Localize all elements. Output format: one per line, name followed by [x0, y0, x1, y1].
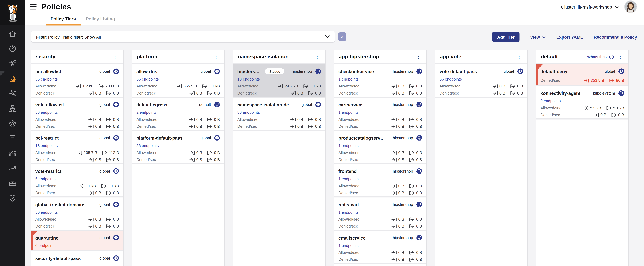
endpoints-link[interactable]: 1 endpoints — [338, 143, 359, 148]
sidebar-item-capture[interactable] — [0, 176, 25, 191]
policy-card-vote-allowlist[interactable]: vote-allowlistglobal56 endpointsAllowed/… — [31, 98, 123, 131]
cluster-selector[interactable]: Cluster: jlt-msft-workshop — [561, 4, 619, 9]
ingress-value-group: 0 B — [392, 124, 404, 128]
kebab-menu-icon[interactable]: ⋮ — [516, 54, 522, 59]
svg-text:ns: ns — [620, 94, 622, 96]
endpoints-link[interactable]: 56 endpoints — [136, 143, 159, 148]
scope-label: global — [100, 235, 110, 240]
metric-label: Allowed/sec — [338, 217, 359, 221]
ingress-value-group: 0 B — [392, 84, 404, 88]
sidebar-item-compliance[interactable] — [0, 131, 25, 146]
endpoints-link[interactable]: 56 endpoints — [440, 77, 462, 81]
whats-this-link[interactable]: Whats this?? — [587, 54, 614, 59]
export-yaml-button[interactable]: Export YAML — [556, 34, 583, 39]
endpoints-link[interactable]: 2 endpoints — [540, 98, 561, 103]
egress-value-group: 0 B — [308, 124, 321, 128]
tier-cards: vote-default-passglobal56 endpointsAllow… — [435, 64, 527, 266]
metric-label: Allowed/sec — [540, 106, 561, 110]
endpoints-link[interactable]: 1 endpoints — [338, 176, 359, 181]
avatar[interactable] — [624, 0, 637, 13]
policy-card-frontend[interactable]: frontendhipstershopns1 endpointsAllowed/… — [334, 164, 426, 198]
policy-card-global-trusted-domains[interactable]: global-trusted-domainsglobal56 endpoints… — [31, 198, 123, 231]
endpoints-link[interactable]: 6 endpoints — [35, 176, 56, 181]
policy-card-cartservice[interactable]: cartservicehipstershopns1 endpointsAllow… — [334, 98, 426, 131]
policy-card-quarantine[interactable]: quarantineglobal0 endpoints — [31, 231, 123, 252]
kebab-menu-icon[interactable]: ⋮ — [415, 54, 422, 59]
sidebar-item-dashboard[interactable] — [0, 41, 25, 56]
endpoints-link[interactable]: 1 endpoints — [338, 243, 359, 248]
endpoints-link[interactable]: 0 endpoints — [35, 243, 56, 248]
policy-filter-select[interactable]: Filter: Policy Traffic filter: Show All — [31, 31, 335, 43]
staged-badge: Staged — [265, 68, 284, 74]
policy-card-vote-default-pass[interactable]: vote-default-passglobal56 endpointsAllow… — [435, 64, 527, 98]
endpoints-link[interactable]: 2 endpoints — [136, 110, 156, 114]
global-scope-icon — [214, 68, 220, 74]
endpoints-link[interactable]: 1 endpoints — [338, 210, 359, 214]
clear-filter-button[interactable]: ✕ — [338, 32, 346, 41]
sidebar-item-trend[interactable] — [0, 161, 25, 176]
policy-card-default-egress[interactable]: default-egressdefaultns2 endpointsAllowe… — [132, 98, 224, 131]
policy-card-pci-restrict[interactable]: pci-restrictglobal13 endpointsAllowed/se… — [31, 131, 123, 164]
tier-cards: default-denyglobalDenied/sec353.5 B96 Bk… — [536, 64, 628, 266]
metric-label: Allowed/sec — [35, 117, 56, 122]
endpoints-link[interactable]: 56 endpoints — [136, 77, 159, 81]
policy-card-allow-dns[interactable]: allow-dnsglobal56 endpointsAllowed/sec66… — [132, 64, 224, 98]
kebab-menu-icon[interactable]: ⋮ — [314, 54, 320, 59]
policy-name: global-trusted-domains — [35, 202, 86, 207]
egress-icon — [102, 150, 108, 155]
sidebar-item-endpoints[interactable] — [0, 101, 25, 116]
ingress-icon — [392, 150, 397, 155]
kebab-menu-icon[interactable]: ⋮ — [112, 54, 118, 59]
ingress-value-group: 0 B — [189, 157, 202, 162]
metric-label: Allowed/sec — [237, 84, 258, 88]
policy-card-vote-restrict[interactable]: vote-restrictglobal6 endpointsAllowed/se… — [31, 164, 123, 198]
policy-card-konnectivity-agent[interactable]: konnectivity-agentkube-systemns2 endpoin… — [536, 86, 628, 120]
kebab-menu-icon[interactable]: ⋮ — [213, 54, 220, 59]
tier-name: app-vote — [440, 54, 461, 60]
endpoints-link[interactable]: 13 endpoints — [237, 77, 260, 81]
sidebar-item-home[interactable] — [0, 26, 25, 41]
kebab-menu-icon[interactable]: ⋮ — [617, 54, 624, 59]
endpoints-link[interactable]: 13 endpoints — [35, 143, 58, 148]
tier-column-app-vote: app-vote⋮vote-default-passglobal56 endpo… — [435, 50, 528, 266]
policy-card-pci-allowlist[interactable]: pci-allowlistglobal56 endpointsAllowed/s… — [31, 64, 123, 98]
sidebar-item-network-sets[interactable] — [0, 116, 25, 131]
metric-row: Allowed/sec0 B0 B — [237, 117, 321, 122]
endpoints-link[interactable]: 1 endpoints — [338, 77, 359, 81]
policy-card-checkoutservice[interactable]: checkoutservicehipstershopns1 endpointsA… — [334, 64, 426, 98]
card-title-row: checkoutservicehipstershopns — [334, 64, 426, 74]
policy-card-redis-cart[interactable]: redis-carthipstershopns1 endpointsAllowe… — [334, 198, 426, 231]
sidebar-item-nodes[interactable] — [0, 86, 25, 101]
menu-icon[interactable] — [30, 4, 36, 10]
policy-card-productcatalogservice[interactable]: productcatalogservicehipstershopns1 endp… — [334, 131, 426, 164]
policy-card-default-deny[interactable]: default-denyglobalDenied/sec353.5 B96 B — [536, 64, 628, 86]
add-tier-button[interactable]: Add Tier — [492, 32, 520, 42]
tier-cards: checkoutservicehipstershopns1 endpointsA… — [334, 64, 426, 266]
ingress-icon — [189, 124, 195, 128]
egress-icon — [106, 217, 112, 221]
policy-card-emailservice[interactable]: emailservicehipstershopns1 endpointsAllo… — [334, 231, 426, 264]
recommend-policy-button[interactable]: Recommend a Policy — [594, 34, 637, 39]
egress-value-group: 0 B — [207, 117, 220, 122]
tab-policy-listing[interactable]: Policy Listing — [81, 16, 120, 25]
scope-label: global — [200, 69, 211, 74]
policy-card-security-default-pass[interactable]: security-default-passglobal — [31, 252, 123, 266]
sidebar-item-activity[interactable] — [0, 146, 25, 161]
scope-label: global — [604, 69, 615, 74]
endpoints-link[interactable]: 1 endpoints — [338, 110, 359, 114]
policy-card-namespace-isolation-default-p[interactable]: namespace-isolation-default-p…global56 e… — [233, 98, 325, 131]
sidebar-item-threat-defense[interactable] — [0, 191, 25, 206]
calico-cat-logo[interactable] — [0, 0, 25, 25]
endpoints-link[interactable]: 56 endpoints — [35, 210, 58, 214]
endpoints-link[interactable]: 56 endpoints — [35, 110, 58, 114]
endpoints-link[interactable]: 56 endpoints — [35, 77, 58, 81]
scope-label: global — [100, 256, 110, 260]
namespace-scope-icon: ns — [315, 68, 321, 74]
view-button[interactable]: View — [530, 34, 546, 39]
sidebar-item-service-graph[interactable] — [0, 56, 25, 71]
tab-policy-tiers[interactable]: Policy Tiers — [46, 16, 81, 25]
endpoints-link[interactable]: 56 endpoints — [237, 110, 260, 114]
policy-card-platform-default-pass[interactable]: platform-default-passglobal56 endpointsA… — [132, 131, 224, 164]
cluster-label: Cluster: jlt-msft-workshop — [561, 4, 612, 9]
policy-card-hipstershop-gh[interactable]: hipstershop-gh…Stagedhipstershopns13 end… — [233, 64, 325, 98]
